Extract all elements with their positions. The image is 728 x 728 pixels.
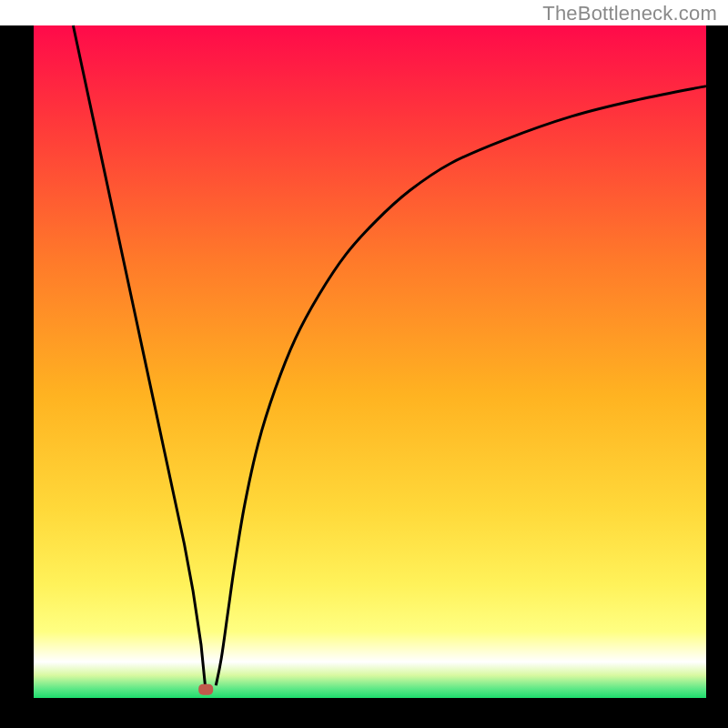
- svg-rect-0: [0, 25, 33, 728]
- chart-container: TheBottleneck.com: [0, 0, 728, 728]
- watermark-text: TheBottleneck.com: [542, 2, 717, 25]
- svg-rect-2: [0, 699, 728, 728]
- plot-background: [33, 25, 706, 699]
- bottleneck-marker: [198, 684, 213, 695]
- svg-rect-1: [706, 25, 728, 728]
- bottleneck-chart: [0, 0, 728, 728]
